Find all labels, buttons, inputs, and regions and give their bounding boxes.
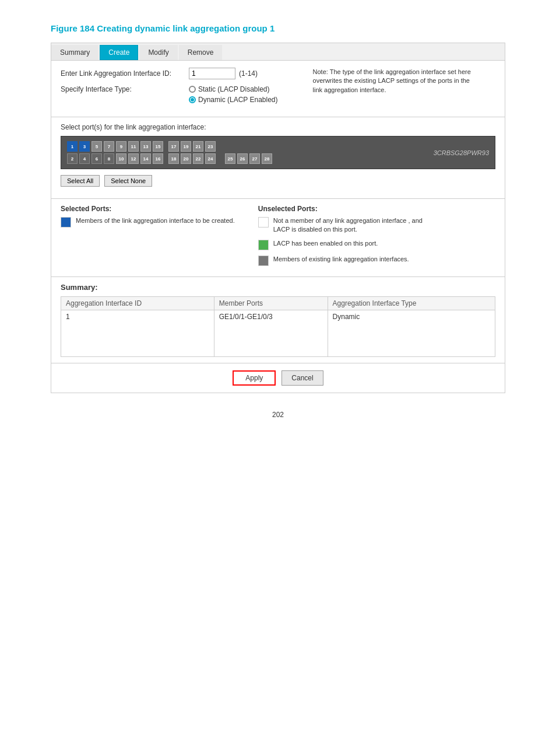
tab-summary[interactable]: Summary: [51, 45, 98, 60]
port-25[interactable]: 25: [225, 153, 235, 164]
port-21[interactable]: 21: [193, 141, 203, 152]
cancel-button[interactable]: Cancel: [281, 370, 323, 386]
port-section-label: Select port(s) for the link aggregation …: [61, 123, 495, 131]
radio-dynamic-dot: [189, 96, 196, 103]
note-box: Note: The type of the link aggregation i…: [313, 68, 476, 110]
port-5[interactable]: 5: [92, 141, 102, 152]
legend-unselected-item-1: LACP has been enabled on this port.: [258, 239, 433, 250]
unselected-ports-title: Unselected Ports:: [258, 205, 433, 213]
selected-legend: Selected Ports: Members of the link aggr…: [61, 205, 235, 271]
port-6[interactable]: 6: [92, 153, 102, 164]
col-member-ports: Member Ports: [214, 296, 328, 310]
swatch-white: [258, 217, 269, 228]
port-4[interactable]: 4: [79, 153, 90, 164]
switch-model: 3CRBSG28PWR93: [434, 149, 489, 156]
radio-static-dot: [189, 86, 196, 93]
port-12[interactable]: 12: [128, 153, 139, 164]
port-2[interactable]: 2: [67, 153, 78, 164]
port-27[interactable]: 27: [249, 153, 260, 164]
swatch-green: [258, 240, 269, 250]
swatch-blue: [61, 217, 71, 228]
legend-section: Selected Ports: Members of the link aggr…: [51, 199, 505, 277]
port-14[interactable]: 14: [140, 153, 151, 164]
page-number: 202: [51, 411, 505, 419]
port-16[interactable]: 16: [153, 153, 163, 164]
radio-static[interactable]: Static (LACP Disabled): [189, 85, 278, 93]
unselected-desc-1: LACP has been enabled on this port.: [273, 239, 378, 248]
port-19[interactable]: 19: [181, 141, 191, 152]
interface-type-label: Specify Interface Type:: [61, 85, 189, 93]
legend-selected-item: Members of the link aggregation interfac…: [61, 216, 235, 228]
table-row: 1 GE1/0/1-GE1/0/3 Dynamic: [61, 310, 495, 356]
legend-unselected-item-0: Not a member of any link aggregation int…: [258, 216, 433, 235]
port-9[interactable]: 9: [116, 141, 126, 152]
interface-id-label: Enter Link Aggregation Interface ID:: [61, 69, 189, 78]
unselected-legend: Unselected Ports: Not a member of any li…: [258, 205, 433, 271]
figure-title: Figure 184 Creating dynamic link aggrega…: [51, 23, 505, 33]
select-buttons: Select All Select None: [61, 175, 495, 187]
port-11[interactable]: 11: [128, 141, 139, 152]
port-13[interactable]: 13: [140, 141, 151, 152]
selected-ports-title: Selected Ports:: [61, 205, 235, 213]
row-id: 1: [61, 310, 214, 356]
ports-container: 1 3 5 7 9 11 13 15 17 19 21 23: [67, 141, 272, 164]
apply-button[interactable]: Apply: [233, 370, 276, 386]
port-23[interactable]: 23: [205, 141, 216, 152]
port-10[interactable]: 10: [116, 153, 126, 164]
form-area: Enter Link Aggregation Interface ID: (1-…: [51, 61, 505, 117]
port-8[interactable]: 8: [104, 153, 114, 164]
col-agg-id: Aggregation Interface ID: [61, 296, 214, 310]
port-3[interactable]: 3: [79, 141, 90, 152]
legend-unselected-item-2: Members of existing link aggregation int…: [258, 255, 433, 266]
dynamic-label: Dynamic (LACP Enabled): [198, 96, 278, 104]
port-17[interactable]: 17: [168, 141, 179, 152]
summary-title: Summary:: [61, 283, 495, 292]
row-member-ports: GE1/0/1-GE1/0/3: [214, 310, 328, 356]
select-none-button[interactable]: Select None: [104, 175, 152, 187]
tab-create[interactable]: Create: [100, 45, 138, 60]
port-1[interactable]: 1: [67, 141, 78, 152]
interface-id-input[interactable]: [189, 68, 235, 79]
summary-table: Aggregation Interface ID Member Ports Ag…: [61, 296, 495, 357]
port-26[interactable]: 26: [237, 153, 248, 164]
tab-remove[interactable]: Remove: [179, 45, 223, 60]
col-agg-type: Aggregation Interface Type: [328, 296, 495, 310]
selected-desc: Members of the link aggregation interfac…: [76, 216, 235, 225]
switch-diagram: 1 3 5 7 9 11 13 15 17 19 21 23: [61, 136, 495, 169]
static-label: Static (LACP Disabled): [198, 85, 270, 93]
interface-type-radio-group: Static (LACP Disabled) Dynamic (LACP Ena…: [189, 85, 278, 104]
summary-section: Summary: Aggregation Interface ID Member…: [51, 277, 505, 363]
port-18[interactable]: 18: [168, 153, 179, 164]
row-type: Dynamic: [328, 310, 495, 356]
unselected-desc-2: Members of existing link aggregation int…: [273, 255, 409, 264]
unselected-desc-0: Not a member of any link aggregation int…: [273, 216, 433, 235]
port-22[interactable]: 22: [193, 153, 203, 164]
main-panel: Summary Create Modify Remove Enter Link …: [51, 43, 505, 393]
radio-dynamic[interactable]: Dynamic (LACP Enabled): [189, 96, 278, 104]
action-buttons: Apply Cancel: [51, 363, 505, 393]
top-ports-row: 1 3 5 7 9 11 13 15 17 19 21 23: [67, 141, 272, 152]
swatch-gray: [258, 256, 269, 266]
port-28[interactable]: 28: [262, 153, 272, 164]
port-15[interactable]: 15: [153, 141, 163, 152]
bottom-ports-row: 2 4 6 8 10 12 14 16 18 20 22 24: [67, 153, 272, 164]
port-24[interactable]: 24: [205, 153, 216, 164]
port-section: Select port(s) for the link aggregation …: [51, 117, 505, 199]
port-7[interactable]: 7: [104, 141, 114, 152]
port-20[interactable]: 20: [181, 153, 191, 164]
select-all-button[interactable]: Select All: [61, 175, 100, 187]
range-hint: (1-14): [239, 69, 258, 78]
tab-modify[interactable]: Modify: [139, 45, 177, 60]
tabs-bar: Summary Create Modify Remove: [51, 43, 505, 61]
